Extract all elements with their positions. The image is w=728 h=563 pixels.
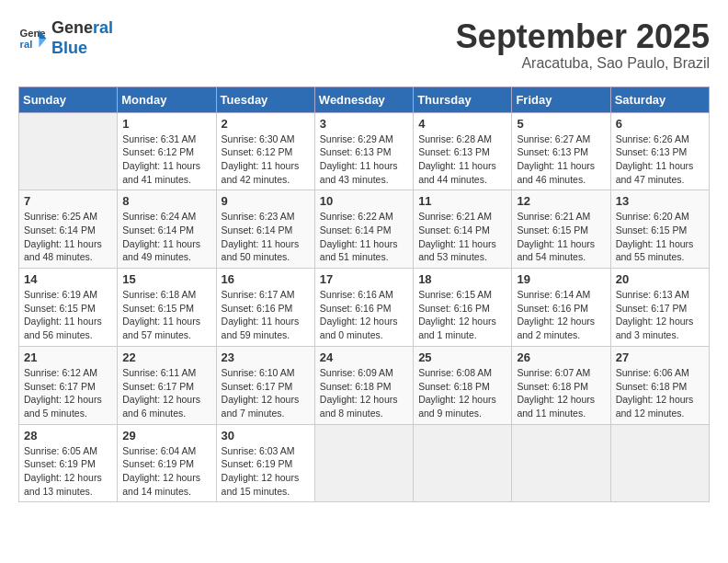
day-number: 16	[222, 272, 310, 286]
day-number: 19	[517, 272, 605, 286]
day-number: 2	[222, 117, 310, 131]
calendar-cell: 23Sunrise: 6:10 AM Sunset: 6:17 PM Dayli…	[216, 346, 314, 424]
calendar-table: SundayMondayTuesdayWednesdayThursdayFrid…	[18, 86, 710, 503]
day-info: Sunrise: 6:03 AM Sunset: 6:19 PM Dayligh…	[222, 444, 310, 499]
day-number: 26	[517, 350, 605, 364]
logo: Gene ral General Blue	[18, 18, 113, 58]
day-number: 23	[222, 350, 310, 364]
day-info: Sunrise: 6:31 AM Sunset: 6:12 PM Dayligh…	[122, 132, 210, 187]
calendar-cell: 12Sunrise: 6:21 AM Sunset: 6:15 PM Dayli…	[512, 190, 610, 269]
calendar-cell	[314, 424, 413, 502]
calendar-cell: 16Sunrise: 6:17 AM Sunset: 6:16 PM Dayli…	[216, 269, 314, 347]
day-number: 5	[517, 117, 605, 131]
day-info: Sunrise: 6:04 AM Sunset: 6:19 PM Dayligh…	[122, 444, 210, 499]
weekday-header-row: SundayMondayTuesdayWednesdayThursdayFrid…	[19, 86, 710, 112]
calendar-cell: 3Sunrise: 6:29 AM Sunset: 6:13 PM Daylig…	[314, 112, 413, 190]
weekday-header-cell: Wednesday	[314, 86, 413, 112]
calendar-cell	[512, 424, 610, 502]
day-number: 29	[122, 429, 210, 442]
day-number: 25	[418, 350, 506, 364]
calendar-cell: 13Sunrise: 6:20 AM Sunset: 6:15 PM Dayli…	[610, 190, 709, 269]
day-info: Sunrise: 6:08 AM Sunset: 6:18 PM Dayligh…	[418, 366, 506, 420]
weekday-header-cell: Thursday	[414, 86, 512, 112]
day-info: Sunrise: 6:16 AM Sunset: 6:16 PM Dayligh…	[320, 288, 408, 342]
calendar-cell: 7Sunrise: 6:25 AM Sunset: 6:14 PM Daylig…	[19, 190, 118, 269]
calendar-cell: 9Sunrise: 6:23 AM Sunset: 6:14 PM Daylig…	[216, 190, 314, 269]
calendar-cell: 1Sunrise: 6:31 AM Sunset: 6:12 PM Daylig…	[118, 112, 216, 190]
calendar-cell: 18Sunrise: 6:15 AM Sunset: 6:16 PM Dayli…	[414, 269, 512, 347]
day-number: 28	[24, 429, 112, 442]
day-number: 21	[24, 350, 112, 364]
day-number: 4	[418, 117, 506, 131]
calendar-cell: 27Sunrise: 6:06 AM Sunset: 6:18 PM Dayli…	[610, 346, 709, 424]
day-info: Sunrise: 6:29 AM Sunset: 6:13 PM Dayligh…	[320, 132, 408, 187]
day-number: 8	[122, 194, 210, 208]
day-info: Sunrise: 6:20 AM Sunset: 6:15 PM Dayligh…	[616, 210, 704, 264]
day-number: 14	[24, 272, 112, 286]
day-info: Sunrise: 6:09 AM Sunset: 6:18 PM Dayligh…	[320, 366, 408, 420]
calendar-week-row: 1Sunrise: 6:31 AM Sunset: 6:12 PM Daylig…	[19, 112, 710, 190]
weekday-header-cell: Monday	[118, 86, 216, 112]
day-info: Sunrise: 6:26 AM Sunset: 6:13 PM Dayligh…	[616, 132, 704, 187]
day-number: 13	[616, 194, 704, 208]
logo-icon: Gene ral	[18, 24, 48, 53]
day-info: Sunrise: 6:22 AM Sunset: 6:14 PM Dayligh…	[320, 210, 408, 264]
day-number: 7	[24, 194, 112, 208]
day-info: Sunrise: 6:21 AM Sunset: 6:14 PM Dayligh…	[418, 210, 506, 264]
calendar-cell: 17Sunrise: 6:16 AM Sunset: 6:16 PM Dayli…	[314, 269, 413, 347]
day-number: 30	[222, 429, 310, 442]
calendar-cell	[610, 424, 709, 502]
calendar-week-row: 14Sunrise: 6:19 AM Sunset: 6:15 PM Dayli…	[19, 269, 710, 347]
calendar-cell: 25Sunrise: 6:08 AM Sunset: 6:18 PM Dayli…	[414, 346, 512, 424]
weekday-header-cell: Friday	[512, 86, 610, 112]
day-number: 17	[320, 272, 408, 286]
day-number: 1	[122, 117, 210, 131]
calendar-cell: 22Sunrise: 6:11 AM Sunset: 6:17 PM Dayli…	[118, 346, 216, 424]
calendar-cell	[19, 112, 118, 190]
day-info: Sunrise: 6:27 AM Sunset: 6:13 PM Dayligh…	[517, 132, 605, 187]
svg-text:ral: ral	[20, 39, 33, 50]
location-subtitle: Aracatuba, Sao Paulo, Brazil	[456, 55, 710, 72]
day-number: 11	[418, 194, 506, 208]
day-info: Sunrise: 6:07 AM Sunset: 6:18 PM Dayligh…	[517, 366, 605, 420]
calendar-cell: 8Sunrise: 6:24 AM Sunset: 6:14 PM Daylig…	[118, 190, 216, 269]
day-info: Sunrise: 6:18 AM Sunset: 6:15 PM Dayligh…	[122, 288, 210, 342]
calendar-week-row: 21Sunrise: 6:12 AM Sunset: 6:17 PM Dayli…	[19, 346, 710, 424]
day-number: 6	[616, 117, 704, 131]
month-title: September 2025	[456, 18, 710, 55]
calendar-cell: 20Sunrise: 6:13 AM Sunset: 6:17 PM Dayli…	[610, 269, 709, 347]
logo-text: General Blue	[51, 18, 113, 58]
day-number: 9	[222, 194, 310, 208]
calendar-body: 1Sunrise: 6:31 AM Sunset: 6:12 PM Daylig…	[19, 112, 710, 502]
day-info: Sunrise: 6:25 AM Sunset: 6:14 PM Dayligh…	[24, 210, 112, 264]
day-info: Sunrise: 6:11 AM Sunset: 6:17 PM Dayligh…	[122, 366, 210, 420]
day-info: Sunrise: 6:05 AM Sunset: 6:19 PM Dayligh…	[24, 444, 112, 499]
day-info: Sunrise: 6:21 AM Sunset: 6:15 PM Dayligh…	[517, 210, 605, 264]
calendar-cell: 11Sunrise: 6:21 AM Sunset: 6:14 PM Dayli…	[414, 190, 512, 269]
day-info: Sunrise: 6:14 AM Sunset: 6:16 PM Dayligh…	[517, 288, 605, 342]
day-number: 3	[320, 117, 408, 131]
day-info: Sunrise: 6:24 AM Sunset: 6:14 PM Dayligh…	[122, 210, 210, 264]
day-info: Sunrise: 6:10 AM Sunset: 6:17 PM Dayligh…	[222, 366, 310, 420]
day-info: Sunrise: 6:13 AM Sunset: 6:17 PM Dayligh…	[616, 288, 704, 342]
day-number: 24	[320, 350, 408, 364]
svg-marker-3	[39, 39, 46, 48]
day-number: 27	[616, 350, 704, 364]
calendar-cell: 24Sunrise: 6:09 AM Sunset: 6:18 PM Dayli…	[314, 346, 413, 424]
calendar-week-row: 7Sunrise: 6:25 AM Sunset: 6:14 PM Daylig…	[19, 190, 710, 269]
calendar-cell: 28Sunrise: 6:05 AM Sunset: 6:19 PM Dayli…	[19, 424, 118, 502]
calendar-cell: 19Sunrise: 6:14 AM Sunset: 6:16 PM Dayli…	[512, 269, 610, 347]
day-number: 12	[517, 194, 605, 208]
day-number: 15	[122, 272, 210, 286]
calendar-cell: 26Sunrise: 6:07 AM Sunset: 6:18 PM Dayli…	[512, 346, 610, 424]
weekday-header-cell: Tuesday	[216, 86, 314, 112]
day-info: Sunrise: 6:12 AM Sunset: 6:17 PM Dayligh…	[24, 366, 112, 420]
day-info: Sunrise: 6:30 AM Sunset: 6:12 PM Dayligh…	[222, 132, 310, 187]
day-number: 22	[122, 350, 210, 364]
calendar-cell: 14Sunrise: 6:19 AM Sunset: 6:15 PM Dayli…	[19, 269, 118, 347]
day-info: Sunrise: 6:06 AM Sunset: 6:18 PM Dayligh…	[616, 366, 704, 420]
page-header: Gene ral General Blue September 2025 Ara…	[18, 18, 710, 72]
calendar-week-row: 28Sunrise: 6:05 AM Sunset: 6:19 PM Dayli…	[19, 424, 710, 502]
calendar-cell: 29Sunrise: 6:04 AM Sunset: 6:19 PM Dayli…	[118, 424, 216, 502]
calendar-cell: 2Sunrise: 6:30 AM Sunset: 6:12 PM Daylig…	[216, 112, 314, 190]
